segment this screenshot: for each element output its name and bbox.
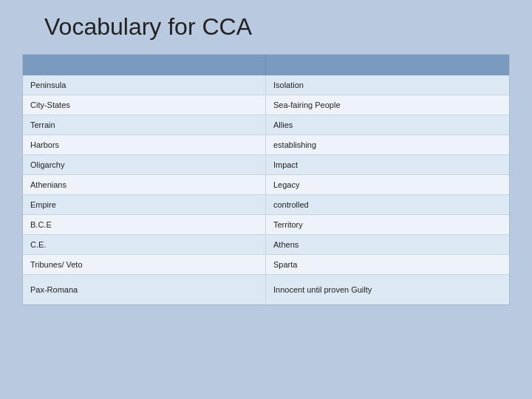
table-row: AtheniansLegacy — [23, 175, 509, 195]
table-header — [23, 55, 509, 75]
table-row: Harborsestablishing — [23, 135, 509, 155]
page: Vocabulary for CCA PeninsulaIsolationCit… — [0, 0, 532, 399]
header-col2 — [266, 55, 509, 75]
cell-col1: Athenians — [23, 175, 266, 194]
table-row: PeninsulaIsolation — [23, 75, 509, 95]
cell-col1: Tribunes/ Veto — [23, 255, 266, 274]
vocabulary-table: PeninsulaIsolationCity-StatesSea-fairing… — [22, 54, 510, 305]
cell-col1: City-States — [23, 95, 266, 115]
table-body: PeninsulaIsolationCity-StatesSea-fairing… — [23, 75, 509, 304]
cell-col2: Athens — [266, 235, 509, 254]
table-row: Pax-RomanaInnocent until proven Guilty — [23, 275, 509, 304]
cell-col1: Peninsula — [23, 75, 266, 95]
table-row: TerrainAllies — [23, 115, 509, 135]
cell-col1: Terrain — [23, 115, 266, 134]
cell-col1: Oligarchy — [23, 155, 266, 174]
cell-col2: establishing — [266, 135, 509, 154]
cell-col2: Isolation — [266, 75, 509, 95]
table-row: OligarchyImpact — [23, 155, 509, 175]
table-row: B.C.ETerritory — [23, 215, 509, 235]
cell-col2: Impact — [266, 155, 509, 174]
header-col1 — [23, 55, 266, 75]
table-row: C.E.Athens — [23, 235, 509, 255]
cell-col1: Harbors — [23, 135, 266, 154]
page-title: Vocabulary for CCA — [44, 13, 252, 41]
cell-col2: Allies — [266, 115, 509, 134]
cell-col2: Innocent until proven Guilty — [266, 275, 509, 304]
cell-col1: B.C.E — [23, 215, 266, 234]
table-row: Empirecontrolled — [23, 195, 509, 215]
cell-col2: controlled — [266, 195, 509, 214]
cell-col2: Sea-fairing People — [266, 95, 509, 115]
table-row: Tribunes/ VetoSparta — [23, 255, 509, 275]
cell-col2: Legacy — [266, 175, 509, 194]
cell-col2: Territory — [266, 215, 509, 234]
cell-col1: Pax-Romana — [23, 275, 266, 304]
cell-col1: C.E. — [23, 235, 266, 254]
cell-col1: Empire — [23, 195, 266, 214]
table-row: City-StatesSea-fairing People — [23, 95, 509, 115]
cell-col2: Sparta — [266, 255, 509, 274]
